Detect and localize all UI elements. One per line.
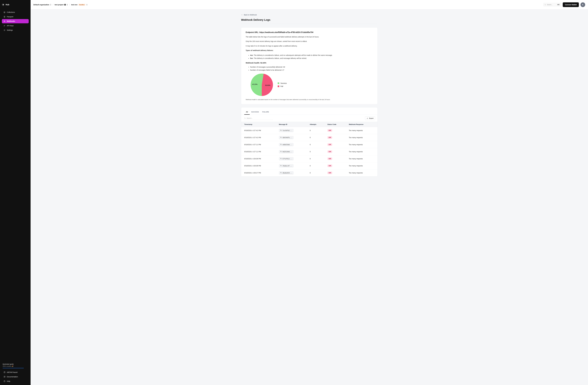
message-id-text: fac567b2... xyxy=(283,130,292,131)
chevron-updown-icon xyxy=(86,4,88,6)
sidebar-item-settings[interactable]: Settings xyxy=(2,28,29,32)
endpoint-heading: Endpoint URL: https://webhook.site/f59ff… xyxy=(246,31,373,33)
quickstart-card[interactable]: Quickstart guide 100% complete 🎉 xyxy=(0,362,31,369)
topbar: Default organization / test project ✕ / … xyxy=(31,0,588,9)
breadcrumb-env-label: test env xyxy=(71,4,78,6)
message-id-text: 0d25194d... xyxy=(283,151,292,153)
table-row[interactable]: 9/18/2024, 4:27:11 PMe68d338d...0429Too … xyxy=(241,141,377,148)
info-card: Endpoint URL: https://webhook.site/f59ff… xyxy=(241,27,378,104)
brand[interactable]: ✱ Hub xyxy=(0,0,31,9)
sidebar-item-collections[interactable]: Collections xyxy=(2,10,29,14)
sidebar-item-api-keys[interactable]: API Keys xyxy=(2,23,29,28)
status-badge: 429 xyxy=(327,150,332,153)
back-label: Back to Webhook xyxy=(244,14,257,16)
sidebar-item-label: API Keys xyxy=(7,25,14,27)
cell-attempts: 0 xyxy=(308,162,325,169)
nav: CollectionsPassportWebhooksAPI KeysSetti… xyxy=(0,9,31,33)
table-search-input[interactable] xyxy=(247,117,272,119)
external-icon xyxy=(3,371,5,373)
message-id-chip[interactable]: 4b9346fb... xyxy=(279,136,294,139)
copy-icon xyxy=(280,165,282,167)
tab-all[interactable]: All xyxy=(244,110,250,115)
sidebar-item-label: Passport xyxy=(7,16,13,18)
tab-success[interactable]: SUCCESS xyxy=(250,110,261,115)
table-row[interactable]: 9/18/2024, 4:27:11 PM0d25194d...0429Too … xyxy=(241,148,377,155)
quickstart-progress xyxy=(2,368,24,368)
message-id-chip[interactable]: 0d25194d... xyxy=(279,150,294,153)
quickstart-sub: 100% complete 🎉 xyxy=(2,365,28,367)
success-count-label: Number of messages successfully delivere… xyxy=(250,66,283,68)
chevron-updown-icon xyxy=(66,4,68,6)
footnote: Webhook health is calculated based on th… xyxy=(246,99,373,100)
sidebar-item-passport[interactable]: Passport xyxy=(2,15,29,19)
col-status-code: Status Code xyxy=(325,122,347,127)
table-row[interactable]: 9/18/2024, 4:26:36 PM67faf912...0429Too … xyxy=(241,155,377,162)
export-button[interactable]: Export xyxy=(365,116,375,120)
sidebar-item-label: Help xyxy=(7,380,10,382)
status-badge: 429 xyxy=(327,143,332,146)
breadcrumb-org[interactable]: Default organization xyxy=(33,4,51,6)
cell-timestamp: 9/18/2024, 4:27:41 PM xyxy=(241,127,277,134)
legend-fail: Fail xyxy=(278,85,287,87)
search-icon xyxy=(244,117,246,119)
col-message-id: Message ID xyxy=(277,122,308,127)
message-id-chip[interactable]: 39abec4f... xyxy=(279,164,294,167)
connect-wallet-button[interactable]: Connect Wallet xyxy=(563,2,579,7)
table-toolbar: Export xyxy=(241,115,377,122)
search-icon xyxy=(545,4,546,5)
success-count: Number of messages successfully delivere… xyxy=(250,66,373,69)
health-counts: Number of messages successfully delivere… xyxy=(250,66,373,72)
cell-timestamp: 9/18/2024, 4:26:36 PM xyxy=(241,162,277,169)
breadcrumb-project-label: test project xyxy=(55,4,63,6)
legend-fail-label: Fail xyxy=(280,85,283,87)
breadcrumb-sep: / xyxy=(69,4,70,6)
svg-point-6 xyxy=(4,30,5,30)
table-row[interactable]: 9/18/2024, 4:26:27 PMd6a6e029...0429Too … xyxy=(241,169,377,176)
global-search[interactable]: Search... ⌘K xyxy=(544,3,561,6)
cell-status: 429 xyxy=(325,155,347,162)
table-row[interactable]: 9/18/2024, 4:26:36 PM39abec4f...0429Too … xyxy=(241,162,377,169)
sidebar-bottom-help[interactable]: Help xyxy=(2,379,29,383)
cell-response: Too many requests xyxy=(347,127,377,134)
cell-attempts: 0 xyxy=(308,127,325,134)
breadcrumb-env[interactable]: test env Sandbox xyxy=(71,4,88,6)
sidebar-bottom-documentation[interactable]: Documentation xyxy=(2,375,29,379)
svg-point-10 xyxy=(545,4,546,5)
cell-message-id: d6a6e029... xyxy=(277,169,308,176)
health-chart: 52.63% 47.37% Success Fail xyxy=(251,74,373,96)
quickstart-title: Quickstart guide xyxy=(2,363,28,365)
search-placeholder: Search... xyxy=(547,4,556,5)
endpoint-label: Endpoint URL: xyxy=(246,31,259,33)
status-badge: 429 xyxy=(327,136,332,139)
copy-icon xyxy=(280,144,282,146)
message-id-chip[interactable]: e68d338d... xyxy=(279,143,294,146)
avatar[interactable]: K xyxy=(581,2,585,7)
tab-failure[interactable]: FAILURE xyxy=(260,110,271,115)
table-header-row: TimestampMessage IDAttemptsStatus CodeWe… xyxy=(241,122,377,127)
status-badge: 429 xyxy=(327,158,332,160)
sidebar-item-webhooks[interactable]: Webhooks xyxy=(2,19,29,23)
col-webhook-response: Webhook Response xyxy=(347,122,377,127)
sidebar-bottom-zkevm-faucet[interactable]: zkEVM Faucet xyxy=(2,370,29,374)
cell-status: 429 xyxy=(325,134,347,141)
message-id-text: 39abec4f... xyxy=(283,165,292,167)
message-id-chip[interactable]: fac567b2... xyxy=(279,129,294,132)
breadcrumb-project[interactable]: test project ✕ xyxy=(55,4,68,6)
message-id-chip[interactable]: d6a6e029... xyxy=(279,171,294,175)
webhook-health: Webhook health: 52.63% xyxy=(246,62,373,64)
cell-attempts: 0 xyxy=(308,134,325,141)
back-link[interactable]: Back to Webhook xyxy=(241,14,378,16)
table-row[interactable]: 9/18/2024, 4:27:41 PM4b9346fb...0429Too … xyxy=(241,134,377,141)
message-id-chip[interactable]: 67faf912... xyxy=(279,157,294,160)
failure-5xx-code: 5xx xyxy=(250,57,253,59)
cell-attempts: 0 xyxy=(308,148,325,155)
status-badge: 429 xyxy=(327,172,332,174)
table-row[interactable]: 9/18/2024, 4:27:41 PMfac567b2...0429Too … xyxy=(241,127,377,134)
table-body: 9/18/2024, 4:27:41 PMfac567b2...0429Too … xyxy=(241,127,377,176)
svg-point-1 xyxy=(4,16,5,17)
help-icon xyxy=(3,380,5,382)
table-search[interactable] xyxy=(244,116,273,120)
fail-count-label: Number of messages failed to be delivere… xyxy=(250,69,282,71)
endpoint-url: https://webhook.site/f59ffab0-a72a-4795-… xyxy=(259,31,313,33)
breadcrumb-org-label: Default organization xyxy=(33,4,49,6)
